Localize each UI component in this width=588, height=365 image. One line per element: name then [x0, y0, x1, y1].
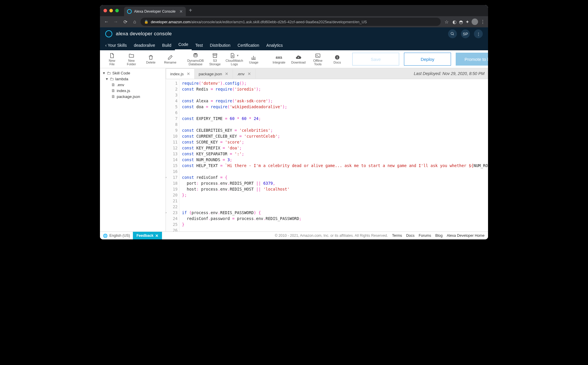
tool-dynamodb[interactable]: DynamoDB Database [186, 52, 205, 66]
tool-offline[interactable]: Offline Tools [309, 52, 327, 66]
header-menu-icon[interactable]: ⋮ [474, 29, 483, 38]
tool-new[interactable]: New File [103, 52, 121, 66]
footer-link[interactable]: Blog [435, 234, 442, 238]
close-tab-icon[interactable]: ✕ [248, 71, 251, 76]
editor-toolbar: New FileNew FolderDeleteRenameDynamoDB D… [100, 50, 488, 68]
tool-label: Offline Tools [313, 59, 323, 66]
tree-label: lambda [115, 77, 128, 81]
editor-tab-label: package.json [199, 72, 222, 76]
tree-folder-lambda[interactable]: ▾ lambda [101, 76, 164, 82]
edit-icon [167, 54, 173, 61]
save-button[interactable]: Save [352, 53, 399, 66]
editor-tab[interactable]: package.json✕ [195, 69, 233, 79]
extension-icon[interactable]: ◐ [452, 19, 457, 25]
last-deployed-text: Last Deployed: Nov 29, 2020, 8:50 PM [414, 68, 485, 79]
caret-down-icon: ▾ [105, 76, 108, 81]
svg-rect-14 [337, 57, 338, 59]
cloud-icon [295, 54, 302, 61]
folder-icon [107, 71, 111, 75]
copyright-text: © 2010 - 2021, Amazon.com, Inc. or its a… [275, 234, 388, 238]
nav-back-icon[interactable]: ← [103, 19, 110, 24]
feedback-button[interactable]: Feedback ✕ [133, 232, 162, 239]
nav-your-skills[interactable]: Your Skills [102, 43, 130, 50]
user-initials-badge[interactable]: SP [461, 29, 470, 38]
language-selector[interactable]: 🌐 English (US) [100, 234, 133, 238]
tool-usage[interactable]: Usage [245, 54, 263, 65]
code-content[interactable]: require('dotenv').config();const Redis =… [180, 79, 488, 231]
code-editor[interactable]: 1234567891011121314151617181920212223242… [166, 79, 488, 231]
promote-button[interactable]: Promote to live [456, 53, 488, 66]
close-tab-icon[interactable]: ✕ [225, 71, 228, 76]
window-minimize[interactable] [109, 9, 113, 12]
nav-certification[interactable]: Certification [234, 43, 263, 50]
close-tab-icon[interactable]: ✕ [179, 9, 183, 14]
footer-links: TermsDocsForumsBlogAlexa Developer Home [392, 234, 485, 238]
svg-line-1 [453, 34, 454, 35]
browser-window: Alexa Developer Console ✕ + ← → ⟳ ⌂ 🔒 de… [100, 5, 488, 239]
close-tab-icon[interactable]: ✕ [187, 71, 190, 76]
deploy-button[interactable]: Deploy [404, 53, 451, 66]
tree-root[interactable]: ▾ Skill Code [101, 70, 164, 76]
feedback-label: Feedback [136, 234, 153, 238]
browser-tab[interactable]: Alexa Developer Console ✕ [124, 7, 186, 16]
tree-label: Skill Code [112, 71, 130, 75]
editor-tab[interactable]: .env✕ [233, 69, 255, 79]
nav-forward-icon[interactable]: → [112, 19, 119, 24]
search-button[interactable] [448, 29, 457, 38]
db-icon [193, 52, 198, 59]
nav-code[interactable]: Code [175, 42, 192, 50]
chart-icon [251, 54, 257, 61]
tree-file[interactable]: package.json [101, 94, 164, 99]
tool-download[interactable]: Download [289, 54, 308, 65]
tool-label: CloudWatch Logs [225, 59, 243, 66]
footer-link[interactable]: Docs [406, 234, 415, 238]
tree-label: .env [117, 83, 124, 87]
editor-tab-label: index.js [170, 72, 184, 76]
nav-analytics[interactable]: Analytics [263, 43, 286, 50]
bookmark-star-icon[interactable]: ☆ [443, 19, 450, 25]
tool-label: Rename [164, 61, 176, 64]
browser-tab-title: Alexa Developer Console [134, 9, 177, 14]
tool-label: New File [109, 59, 115, 66]
url-text: developer.amazon.com/alexa/console/ask/e… [151, 20, 367, 24]
extensions-puzzle-icon[interactable]: ✦ [465, 19, 469, 25]
profile-avatar-icon[interactable] [472, 19, 478, 25]
close-icon[interactable]: ✕ [155, 234, 158, 238]
tree-label: index.js [117, 89, 130, 93]
window-close[interactable] [103, 9, 107, 12]
tool-cloudwatch[interactable]: ▼CloudWatch Logs [225, 52, 243, 66]
globe-icon: 🌐 [103, 234, 108, 238]
tool-docs[interactable]: Docs [328, 54, 346, 65]
lock-icon: 🔒 [144, 20, 148, 24]
browser-titlebar: Alexa Developer Console ✕ + [100, 5, 488, 16]
tool-label: Integrate [273, 61, 285, 64]
extension-icon[interactable]: ◓ [459, 19, 463, 25]
nav-test[interactable]: Test [192, 43, 206, 50]
nav-reload-icon[interactable]: ⟳ [122, 19, 129, 25]
tool-s3[interactable]: S3 Storage [206, 52, 224, 66]
nav-build[interactable]: Build [159, 43, 175, 50]
workspace: ▾ Skill Code ▾ lambda .envindex.jspackag… [100, 68, 488, 231]
window-maximize[interactable] [115, 9, 119, 12]
line-gutter: 1234567891011121314151617181920212223242… [166, 79, 180, 231]
nav-home-icon[interactable]: ⌂ [131, 19, 138, 24]
nav-distribution[interactable]: Distribution [206, 43, 234, 50]
tool-new[interactable]: New Folder [122, 52, 141, 66]
url-input[interactable]: 🔒 developer.amazon.com/alexa/console/ask… [141, 18, 441, 26]
nav-deadoralive[interactable]: deadoralive [130, 43, 158, 50]
svg-point-15 [337, 56, 338, 56]
tree-file[interactable]: .env [101, 82, 164, 88]
caret-down-icon: ▾ [102, 71, 105, 75]
tool-label: New Folder [127, 59, 136, 66]
tool-integrate[interactable]: awsIntegrate [270, 54, 288, 65]
browser-menu-icon[interactable]: ⋮ [480, 19, 485, 25]
tool-rename[interactable]: Rename [161, 54, 179, 65]
footer-link[interactable]: Terms [392, 234, 402, 238]
footer-link[interactable]: Alexa Developer Home [447, 234, 485, 238]
tool-delete[interactable]: Delete [142, 54, 160, 65]
new-tab-button[interactable]: + [186, 6, 195, 16]
footer-link[interactable]: Forums [419, 234, 431, 238]
tree-file[interactable]: index.js [101, 88, 164, 94]
editor-tab[interactable]: index.js✕ [166, 69, 195, 79]
trash-icon [148, 54, 154, 61]
